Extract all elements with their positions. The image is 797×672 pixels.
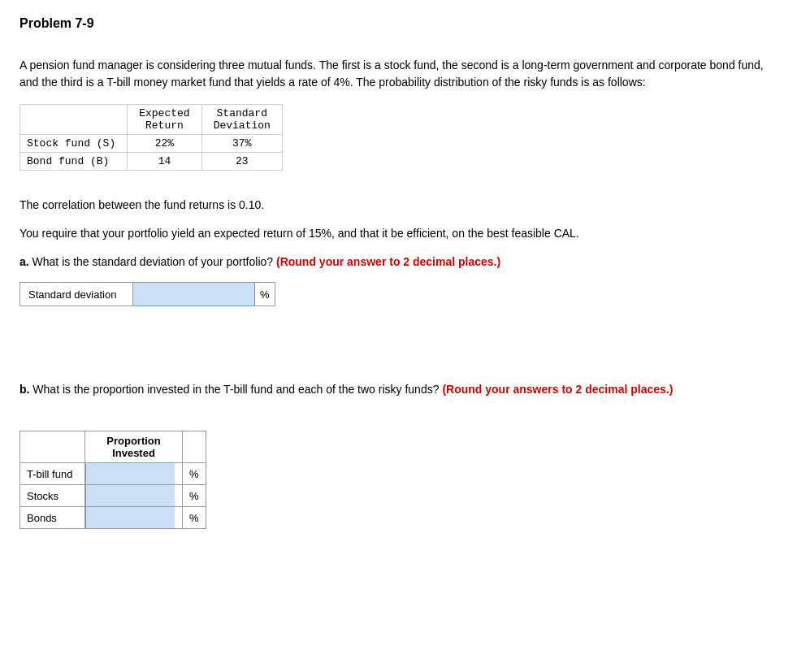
fund-table: ExpectedReturn StandardDeviation Stock f… (19, 104, 283, 171)
bond-expected-return: 14 (128, 153, 201, 171)
bond-fund-label: Bond fund (B) (20, 153, 128, 171)
std-dev-label: Standard deviation (19, 282, 133, 306)
correlation-text: The correlation between the fund returns… (19, 197, 778, 214)
question-b-emphasis: (Round your answers to 2 decimal places.… (442, 383, 673, 396)
bonds-input[interactable] (85, 507, 175, 528)
yield-text: You require that your portfolio yield an… (19, 225, 778, 242)
section-b: b. What is the proportion invested in th… (19, 381, 778, 529)
std-dev-unit: % (255, 282, 275, 306)
proportion-table: ProportionInvested T-bill fund % Stocks … (19, 431, 206, 529)
tbill-fund-label: T-bill fund (20, 463, 85, 485)
question-a-text-content: What is the standard deviation of your p… (32, 255, 274, 268)
stock-expected-return: 22% (128, 135, 201, 153)
proportion-header: ProportionInvested (85, 431, 183, 463)
stocks-label: Stocks (20, 485, 85, 507)
stock-fund-label: Stock fund (S) (20, 135, 128, 153)
question-b-text-content: What is the proportion invested in the T… (32, 383, 439, 396)
std-dev-input[interactable] (133, 282, 255, 306)
intro-text: A pension fund manager is considering th… (19, 57, 778, 91)
std-dev-answer-row: Standard deviation % (19, 282, 778, 306)
tbill-fund-input[interactable] (85, 463, 175, 484)
bonds-unit: % (183, 507, 206, 529)
stocks-input[interactable] (85, 485, 175, 506)
tbill-unit: % (183, 463, 206, 485)
question-a-label: a. (19, 255, 29, 268)
bond-std-dev: 23 (201, 153, 282, 171)
question-a-emphasis-text: (Round your answer to 2 decimal places.) (276, 255, 500, 268)
question-b: b. What is the proportion invested in th… (19, 381, 778, 398)
question-a: a. What is the standard deviation of you… (19, 254, 778, 271)
stocks-unit: % (183, 485, 206, 507)
bonds-label: Bonds (20, 507, 85, 529)
stock-std-dev: 37% (201, 135, 282, 153)
question-b-label: b. (19, 383, 29, 396)
problem-title: Problem 7-9 (19, 16, 778, 31)
